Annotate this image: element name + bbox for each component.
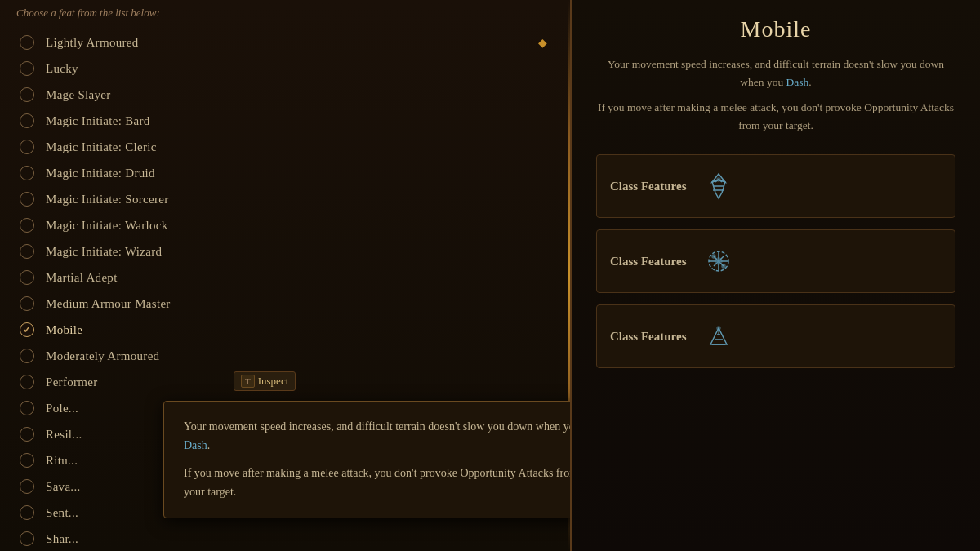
feat-item-3[interactable]: Magic Initiate: Bard <box>16 108 554 134</box>
tooltip-text: Your movement speed increases, and diffi… <box>184 418 572 501</box>
class-feature-box-3[interactable]: Class Features <box>596 304 956 368</box>
radio-circle-6 <box>20 192 34 207</box>
dash-highlight: Dash <box>786 76 809 88</box>
feat-label-9: Martial Adept <box>46 271 118 285</box>
radio-circle-11 <box>20 322 34 337</box>
radio-circle-12 <box>20 349 34 363</box>
left-panel: Choose a feat from the list below: Light… <box>0 0 572 551</box>
inspect-text: Inspect <box>258 375 289 388</box>
feat-label-11: Mobile <box>46 323 82 337</box>
class-feature-label-3: Class Features <box>610 330 686 344</box>
class-feature-box-1[interactable]: Class Features <box>596 154 956 218</box>
feat-item-0[interactable]: Lightly Armoured◆ <box>16 29 554 56</box>
list-header: Choose a feat from the list below: <box>0 0 570 29</box>
svg-point-0 <box>717 178 720 181</box>
svg-point-3 <box>712 255 715 258</box>
radio-circle-17 <box>20 479 34 494</box>
feat-label-13: Performer <box>46 375 98 389</box>
feat-label-16: Ritu... <box>46 454 78 468</box>
feat-description-1: Your movement speed increases, and diffi… <box>596 56 956 92</box>
diamond-marker-0: ◆ <box>538 36 547 50</box>
feat-label-7: Magic Initiate: Warlock <box>46 219 168 233</box>
feat-item-1[interactable]: Lucky <box>16 56 554 82</box>
feat-label-14: Pole... <box>46 402 78 415</box>
radio-circle-19 <box>20 531 34 546</box>
feat-item-5[interactable]: Magic Initiate: Druid <box>16 160 554 186</box>
feat-item-8[interactable]: Magic Initiate: Wizard <box>16 238 554 264</box>
feature-svg-1 <box>702 170 735 202</box>
radio-circle-5 <box>20 166 34 180</box>
radio-circle-15 <box>20 427 34 442</box>
radio-circle-18 <box>20 505 34 520</box>
radio-circle-14 <box>20 401 34 415</box>
class-feature-label-2: Class Features <box>610 255 686 269</box>
feat-item-11[interactable]: Mobile <box>16 317 554 343</box>
radio-circle-8 <box>20 244 34 259</box>
radio-circle-13 <box>20 375 34 389</box>
feat-description-2: If you move after making a melee attack,… <box>596 99 956 136</box>
radio-circle-1 <box>20 61 34 76</box>
radio-circle-0 <box>20 35 34 50</box>
class-feature-icon-2 <box>699 242 738 281</box>
feat-label-0: Lightly Armoured <box>46 36 139 50</box>
tooltip-line2: If you move after making a melee attack,… <box>184 464 572 501</box>
radio-circle-9 <box>20 270 34 285</box>
svg-point-4 <box>722 264 725 268</box>
feat-label-8: Magic Initiate: Wizard <box>46 245 162 259</box>
radio-circle-10 <box>20 296 34 311</box>
class-feature-label-1: Class Features <box>610 180 686 193</box>
feat-item-6[interactable]: Magic Initiate: Sorcerer <box>16 186 554 212</box>
feat-item-7[interactable]: Magic Initiate: Warlock <box>16 212 554 238</box>
feat-label-10: Medium Armour Master <box>46 297 171 311</box>
feat-item-19[interactable]: Shar... <box>16 526 554 551</box>
feat-item-10[interactable]: Medium Armour Master <box>16 291 554 317</box>
feat-label-1: Lucky <box>46 62 78 76</box>
main-container: Choose a feat from the list below: Light… <box>0 0 980 551</box>
class-feature-box-2[interactable]: Class Features <box>596 229 956 293</box>
feat-label-5: Magic Initiate: Druid <box>46 167 155 180</box>
svg-point-2 <box>715 258 722 264</box>
tooltip-popup: Your movement speed increases, and diffi… <box>163 401 572 518</box>
feat-label-3: Magic Initiate: Bard <box>46 114 150 128</box>
feat-label-2: Mage Slayer <box>46 88 111 102</box>
feat-label-17: Sava... <box>46 480 81 494</box>
class-feature-icon-3 <box>699 317 738 356</box>
feature-svg-3 <box>702 320 735 353</box>
feat-item-4[interactable]: Magic Initiate: Cleric <box>16 134 554 160</box>
feat-label-19: Shar... <box>46 532 78 546</box>
inspect-label[interactable]: T Inspect <box>234 371 296 391</box>
radio-circle-3 <box>20 113 34 128</box>
feature-svg-2 <box>702 245 735 278</box>
feat-item-2[interactable]: Mage Slayer <box>16 82 554 108</box>
feat-label-12: Moderately Armoured <box>46 349 159 363</box>
feat-label-15: Resil... <box>46 428 82 442</box>
feat-label-6: Magic Initiate: Sorcerer <box>46 193 168 207</box>
class-feature-icon-1 <box>699 167 738 206</box>
feat-item-12[interactable]: Moderately Armoured <box>16 343 554 369</box>
radio-circle-16 <box>20 453 34 468</box>
radio-circle-2 <box>20 87 34 102</box>
feat-label-18: Sent... <box>46 506 78 520</box>
radio-circle-7 <box>20 218 34 233</box>
inspect-key: T <box>241 375 255 388</box>
feat-title: Mobile <box>596 16 956 42</box>
right-panel: Mobile Your movement speed increases, an… <box>572 0 980 551</box>
feat-label-4: Magic Initiate: Cleric <box>46 140 157 154</box>
tooltip-line1: Your movement speed increases, and diffi… <box>184 418 572 455</box>
tooltip-dash: Dash <box>184 439 207 451</box>
radio-circle-4 <box>20 140 34 154</box>
feat-item-9[interactable]: Martial Adept <box>16 264 554 291</box>
